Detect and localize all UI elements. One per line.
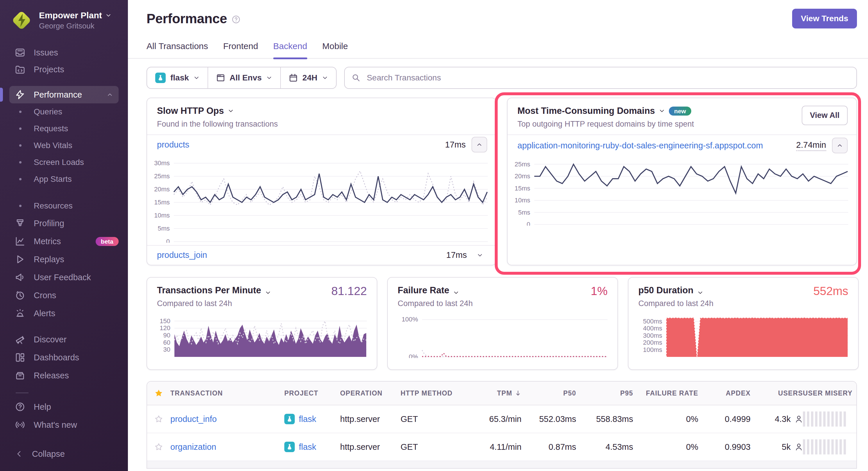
chevron-down-icon [698,288,703,293]
view-trends-button[interactable]: View Trends [792,9,857,29]
products-join-link[interactable]: products_join [157,250,440,260]
page-title: Performance [147,11,227,26]
megaphone-icon [15,272,25,282]
transaction-row-products-join: products_join 17ms [147,245,496,265]
sidebar-item-profiling[interactable]: Profiling [0,214,128,232]
svg-text:100ms: 100ms [643,346,662,354]
tpm-value: 81.122 [331,284,367,298]
col-p95[interactable]: P95 [576,390,633,397]
expand-row-button[interactable] [473,248,487,263]
sidebar-collapse-button[interactable]: Collapse [0,445,128,463]
environment-filter[interactable]: All Envs [208,67,280,88]
svg-text:25ms: 25ms [154,172,170,180]
svg-text:300ms: 300ms [643,332,662,339]
failure-rate-widget: Failure Rate 1% Compared to last 24h 100… [387,277,618,370]
sidebar-item-dashboards[interactable]: Dashboards [0,348,128,366]
star-outline-icon [155,415,163,423]
col-user-misery[interactable]: User Misery [803,390,857,397]
widget-subtitle: Top outgoing HTTP request domains by tim… [518,120,846,129]
play-icon [15,255,25,264]
beta-badge: beta [96,237,119,246]
org-name: Empower Plant [39,10,102,20]
table-row: organization flask http.server GET 4.11/… [147,433,856,461]
failure-rate-chart: 100%0% [398,313,608,358]
sidebar-item-replays[interactable]: Replays [0,250,128,268]
col-p50[interactable]: P50 [522,390,576,397]
transaction-link[interactable]: organization [170,442,216,452]
org-switcher[interactable]: Empower Plant George Gritsouk [0,0,128,37]
col-operation[interactable]: Operation [340,390,401,397]
sidebar-item-help[interactable]: Help [0,398,128,416]
sidebar-divider [16,393,29,393]
chevron-down-icon [266,75,272,81]
project-link[interactable]: flask [299,442,316,452]
tab-all-transactions[interactable]: All Transactions [147,41,208,58]
sidebar-item-metrics[interactable]: Metrics beta [0,232,128,250]
tab-frontend[interactable]: Frontend [223,41,258,58]
star-toggle[interactable] [147,415,170,423]
star-toggle[interactable] [147,443,170,451]
sidebar-item-discover[interactable]: Discover [0,331,128,348]
widget-title-dropdown[interactable]: Most Time-Consuming Domains new [518,106,846,116]
tab-mobile[interactable]: Mobile [322,41,348,58]
widget-row: Slow HTTP Ops Found in the following tra… [147,98,857,265]
main-content: Performance View Trends All Transactions… [128,0,868,471]
tab-backend[interactable]: Backend [273,41,307,58]
transaction-link[interactable]: product_info [170,414,217,424]
search-input[interactable] [366,73,849,83]
sidebar-item-performance[interactable]: Performance [9,86,119,103]
table-row: product_info flask http.server GET 65.3/… [147,405,856,433]
col-users[interactable]: Users [750,390,803,397]
date-range-filter[interactable]: 24H [280,67,336,88]
project-link[interactable]: flask [299,414,316,424]
widget-title-dropdown[interactable]: Slow HTTP Ops [157,106,486,116]
project-filter[interactable]: flask [147,67,208,88]
p50-chart: 500ms400ms300ms200ms100ms [638,313,848,358]
col-failure-rate[interactable]: Failure Rate [633,390,698,397]
sidebar-item-crons[interactable]: Crons [0,286,128,304]
widget-title-dropdown[interactable]: Failure Rate [398,285,608,296]
user-misery-score-bar [803,439,847,455]
telescope-icon [15,335,25,344]
view-all-button[interactable]: View All [802,106,848,125]
col-project[interactable]: Project [284,390,340,397]
search-icon [352,73,361,82]
sidebar-item-web-vitals[interactable]: Web Vitals [0,137,128,154]
collapse-row-button[interactable] [471,137,487,153]
sidebar-item-screen-loads[interactable]: Screen Loads [0,154,128,171]
failure-rate-value: 1% [591,284,608,298]
sidebar-item-releases[interactable]: Releases [0,366,128,384]
chevron-down-icon [194,75,199,81]
col-transaction[interactable]: Transaction [170,390,284,397]
svg-text:25ms: 25ms [515,161,530,168]
svg-text:15ms: 15ms [515,185,530,192]
archive-box-icon [15,371,25,380]
col-apdex[interactable]: Apdex [698,390,750,397]
star-column-header[interactable] [147,389,170,397]
col-http-method[interactable]: HTTP Method [401,390,466,397]
products-link[interactable]: products [157,140,439,149]
flask-project-icon [284,414,295,424]
sidebar-item-queries[interactable]: Queries [0,103,128,120]
sidebar-item-alerts[interactable]: Alerts [0,304,128,322]
sidebar-item-requests[interactable]: Requests [0,120,128,137]
sidebar-item-whats-new[interactable]: What's new [0,416,128,434]
sidebar-item-projects[interactable]: Projects [0,61,128,78]
domain-link[interactable]: application-monitoring-ruby-dot-sales-en… [518,141,790,150]
sidebar-item-issues[interactable]: Issues [0,44,128,61]
widget-subtitle: Found in the following transactions [157,120,486,129]
sidebar-item-user-feedback[interactable]: User Feedback [0,268,128,286]
sidebar-item-resources[interactable]: Resources [0,198,128,214]
page-help-icon[interactable] [232,15,240,24]
collapse-row-button[interactable] [832,138,848,153]
svg-text:120: 120 [160,324,170,332]
siren-icon [15,308,25,318]
svg-text:0%: 0% [409,353,418,358]
users-cell: 4.3k [750,414,803,424]
col-tpm-sorted[interactable]: TPM [466,390,522,397]
sidebar-item-app-starts[interactable]: App Starts [0,171,128,188]
page-filters: flask All Envs 24H [147,67,337,89]
org-logo [10,9,33,31]
sidebar: Empower Plant George Gritsouk Issues Pro… [0,0,128,471]
grid-icon [15,352,25,362]
